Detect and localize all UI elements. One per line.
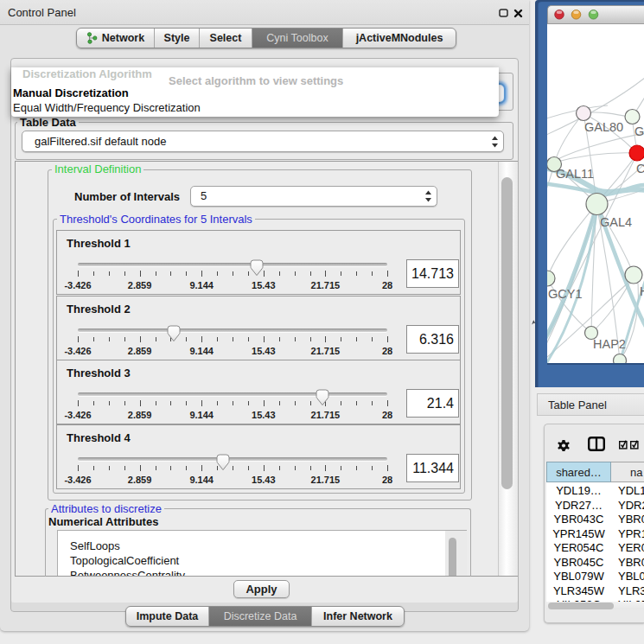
svg-text:C: C xyxy=(636,162,644,175)
svg-text:HAP2: HAP2 xyxy=(593,337,626,351)
svg-text:GCY1: GCY1 xyxy=(548,287,583,301)
svg-text:H: H xyxy=(640,284,644,298)
svg-text:GAL11: GAL11 xyxy=(556,167,594,181)
svg-text:GA: GA xyxy=(634,124,644,138)
svg-text:GAL4: GAL4 xyxy=(600,215,632,229)
svg-text:GAL80: GAL80 xyxy=(584,120,623,134)
